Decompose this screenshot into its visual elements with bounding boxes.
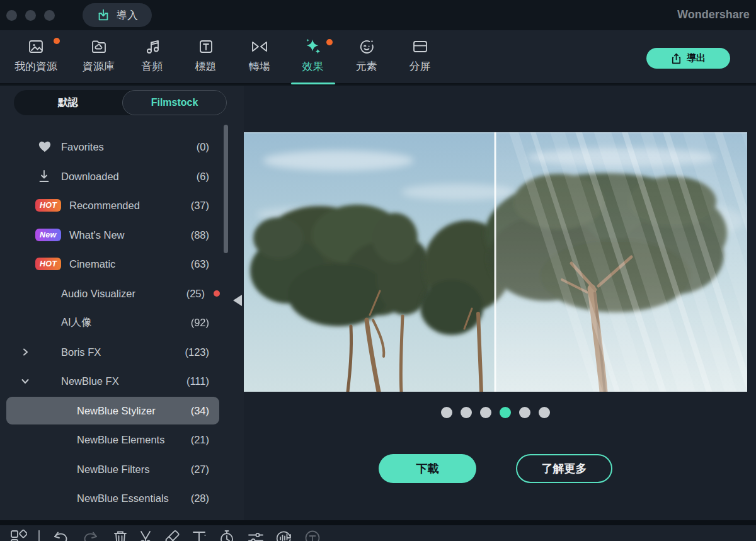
- download-icon: [38, 169, 50, 183]
- tab-label: 音頻: [142, 59, 163, 74]
- hot-badge: HOT: [35, 258, 61, 270]
- undo-icon[interactable]: [52, 529, 69, 541]
- tab-my-media[interactable]: 我的資源: [0, 30, 72, 83]
- effect-preview-image[interactable]: [244, 132, 747, 392]
- sidebar-item-boris-fx[interactable]: Boris FX (123): [0, 338, 244, 367]
- import-label: 導入: [117, 8, 138, 23]
- window-controls: [6, 10, 55, 21]
- media-icon: [27, 37, 45, 56]
- speed-timer-icon[interactable]: [219, 529, 235, 541]
- learn-more-button[interactable]: 了解更多: [516, 454, 612, 483]
- tab-audio[interactable]: 音頻: [125, 30, 179, 83]
- window-titlebar: 導入 Wondershare: [0, 0, 756, 30]
- sidebar-collapse-arrow[interactable]: [233, 295, 242, 306]
- stock-library-icon: [90, 37, 108, 56]
- item-count: (37): [191, 200, 209, 212]
- sidebar-item-recommended[interactable]: HOT Recommended (37): [0, 191, 244, 220]
- item-label: AI人像: [61, 316, 92, 329]
- sidebar-item-newblue-filters[interactable]: NewBlue Filters (27): [0, 455, 244, 484]
- category-list: Favorites (0) Downloaded (6) HOT Recomme…: [0, 132, 244, 513]
- item-label: What's New: [69, 229, 125, 241]
- tab-label: 轉場: [249, 59, 270, 74]
- sidebar-item-newblue-elements[interactable]: NewBlue Elements (21): [0, 425, 244, 455]
- import-icon: [96, 8, 110, 22]
- delete-icon[interactable]: [112, 529, 129, 541]
- tab-label: 資源庫: [83, 59, 115, 74]
- notification-dot: [326, 39, 333, 45]
- sidebar-item-whats-new[interactable]: New What's New (88): [0, 220, 244, 250]
- sidebar-item-audio-visualizer[interactable]: Audio Visualizer (25): [0, 279, 244, 309]
- tab-effects[interactable]: 效果: [286, 30, 340, 83]
- main-tabbar: 我的資源 資源庫 音頻: [0, 30, 756, 84]
- window-minimize-button[interactable]: [25, 10, 36, 21]
- pagination-dot[interactable]: [441, 407, 452, 418]
- tab-label: 效果: [302, 59, 324, 74]
- text-to-speech-icon[interactable]: [304, 529, 321, 541]
- adjust-sliders-icon[interactable]: [247, 529, 265, 541]
- toolbar-divider: [38, 530, 40, 541]
- sidebar-item-newblue-essentials[interactable]: NewBlue Essentials (28): [0, 484, 244, 513]
- sidebar-item-downloaded[interactable]: Downloaded (6): [0, 162, 244, 191]
- new-badge: New: [35, 229, 61, 241]
- tab-label: 標題: [195, 59, 217, 74]
- preview-pagination: [244, 407, 747, 418]
- split-scissors-icon[interactable]: [137, 529, 154, 541]
- item-label: Downloaded: [61, 170, 119, 182]
- import-button[interactable]: 導入: [83, 3, 152, 27]
- text-tool-icon[interactable]: [191, 529, 207, 541]
- tab-transitions[interactable]: 轉場: [232, 30, 286, 83]
- item-label: Boris FX: [61, 346, 101, 358]
- toggle-filmstock[interactable]: Filmstock: [122, 90, 227, 115]
- item-count: (92): [191, 317, 209, 329]
- export-icon: [671, 53, 682, 64]
- window-zoom-button[interactable]: [44, 10, 55, 21]
- tab-titles[interactable]: 標題: [179, 30, 232, 83]
- download-button[interactable]: 下載: [379, 454, 476, 483]
- item-label: NewBlue Essentials: [77, 493, 169, 504]
- tabs: 我的資源 資源庫 音頻: [0, 30, 756, 83]
- sidebar-item-favorites[interactable]: Favorites (0): [0, 132, 244, 162]
- item-label: NewBlue FX: [61, 375, 119, 387]
- pagination-dot[interactable]: [519, 407, 530, 418]
- toggle-default[interactable]: 默認: [14, 96, 122, 110]
- elements-icon: [358, 37, 375, 56]
- audio-ducking-icon[interactable]: [275, 529, 292, 541]
- pagination-dot[interactable]: [480, 407, 491, 418]
- sidebar-item-newblue-stylizer[interactable]: NewBlue Stylizer (34): [0, 396, 244, 426]
- window-close-button[interactable]: [6, 10, 17, 21]
- export-button[interactable]: 導出: [646, 48, 730, 69]
- tab-stock-library[interactable]: 資源庫: [72, 30, 125, 83]
- effects-icon: [304, 37, 323, 56]
- pagination-dot-active[interactable]: [500, 407, 511, 418]
- titles-icon: [197, 37, 215, 56]
- item-count: (21): [191, 434, 209, 446]
- crop-pen-icon[interactable]: [164, 529, 181, 541]
- tab-label: 我的資源: [14, 59, 57, 74]
- sidebar-scrollbar[interactable]: [224, 125, 228, 253]
- app-title: Wondershare: [677, 8, 756, 21]
- tab-split-screen[interactable]: 分屏: [393, 30, 447, 83]
- item-count: (123): [185, 346, 209, 358]
- content-area: 默認 Filmstock Favorites (0) Dow: [0, 86, 756, 520]
- sidebar-item-ai-portrait[interactable]: AI人像 (92): [0, 308, 244, 338]
- sidebar-item-newblue-fx[interactable]: NewBlue FX (111): [0, 367, 244, 396]
- chevron-right-icon[interactable]: [21, 348, 30, 356]
- audio-icon: [144, 37, 161, 56]
- chevron-down-icon[interactable]: [21, 377, 30, 385]
- item-label: Favorites: [61, 141, 104, 153]
- item-count: (34): [191, 404, 209, 416]
- redo-icon[interactable]: [82, 529, 100, 541]
- pagination-dot[interactable]: [461, 407, 472, 418]
- tab-label: 元素: [356, 59, 377, 74]
- item-label: Recommended: [69, 200, 140, 212]
- preview-actions: 下載 了解更多: [244, 454, 747, 483]
- item-count: (28): [191, 493, 209, 504]
- transitions-icon: [250, 37, 269, 56]
- notification-dot: [54, 38, 60, 44]
- timeline-separator: [0, 520, 756, 525]
- tab-elements[interactable]: 元素: [340, 30, 393, 83]
- sidebar-item-cinematic[interactable]: HOT Cinematic (63): [0, 249, 244, 279]
- pagination-dot[interactable]: [539, 407, 550, 418]
- item-count: (25): [186, 287, 205, 299]
- auto-ripple-icon[interactable]: [9, 529, 27, 541]
